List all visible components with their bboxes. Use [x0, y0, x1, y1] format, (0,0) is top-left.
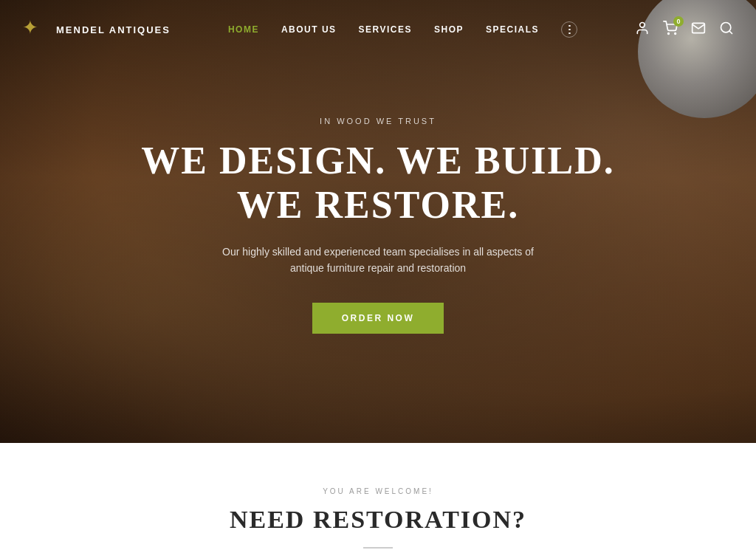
section-title: NEED RESTORATION?: [22, 506, 734, 534]
dot-2: [568, 29, 571, 30]
nav-item-shop[interactable]: SHOP: [434, 24, 464, 35]
hero-tagline: IN WOOD WE TRUST: [320, 117, 436, 126]
hero-subtitle: Our highly skilled and experienced team …: [219, 244, 537, 277]
restoration-section: YOU ARE WELCOME! NEED RESTORATION?: [0, 443, 756, 550]
hero-title-line1: WE DESIGN. WE BUILD.: [141, 140, 615, 182]
hero-section: ✦ MENDEL ANTIQUES HOME ABOUT US SERVICES…: [0, 0, 756, 443]
nav-item-services[interactable]: SERVICES: [359, 24, 412, 35]
logo[interactable]: ✦ MENDEL ANTIQUES: [22, 16, 171, 43]
header-actions: 0: [635, 21, 734, 39]
cart-icon[interactable]: 0: [663, 21, 678, 39]
nav-item-about[interactable]: ABOUT US: [281, 24, 337, 35]
svg-point-1: [668, 32, 670, 34]
svg-line-4: [729, 30, 732, 33]
user-icon[interactable]: [635, 21, 650, 39]
svg-point-2: [675, 32, 676, 34]
site-header: ✦ MENDEL ANTIQUES HOME ABOUT US SERVICES…: [0, 0, 756, 59]
cart-badge: 0: [673, 16, 684, 27]
hero-title-line2: WE RESTORE.: [237, 184, 519, 226]
more-menu-button[interactable]: [561, 21, 577, 38]
mail-icon[interactable]: [691, 21, 706, 39]
dot-3: [568, 32, 571, 34]
hero-title: WE DESIGN. WE BUILD. WE RESTORE.: [141, 139, 615, 227]
logo-text: MENDEL ANTIQUES: [56, 24, 171, 35]
order-now-button[interactable]: ORDER NOW: [312, 303, 444, 334]
section-label: YOU ARE WELCOME!: [22, 487, 734, 495]
logo-icon: ✦: [22, 16, 49, 43]
dot-1: [568, 25, 571, 27]
section-divider: [363, 547, 393, 549]
main-nav: HOME ABOUT US SERVICES SHOP SPECIALS: [228, 21, 577, 38]
svg-point-0: [640, 22, 645, 27]
nav-item-home[interactable]: HOME: [228, 24, 259, 35]
nav-item-specials[interactable]: SPECIALS: [486, 24, 539, 35]
search-icon[interactable]: [719, 21, 734, 39]
